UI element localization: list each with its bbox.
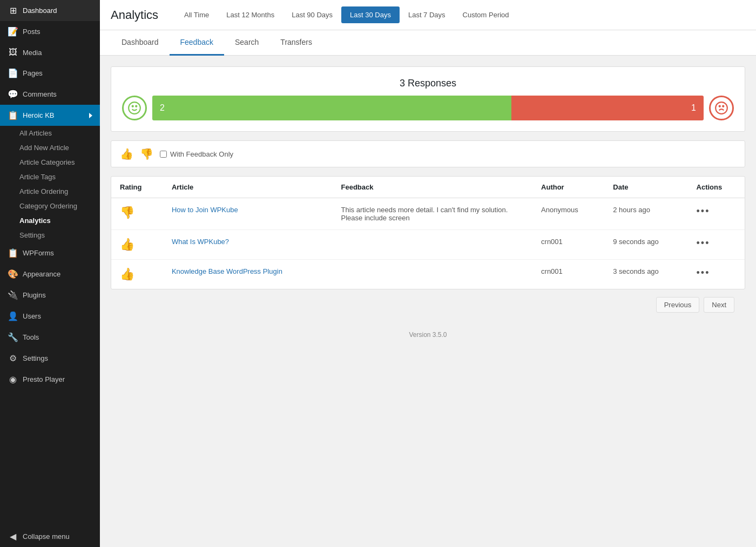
period-btn-custom-period[interactable]: Custom Period <box>454 6 518 23</box>
responses-panel: 3 Responses 2 1 <box>111 66 745 132</box>
filter-bar: 👍 👎 With Feedback Only <box>111 140 745 167</box>
table-body: 👎How to Join WPKubeThis article needs mo… <box>111 198 745 289</box>
negative-bar: 1 <box>511 96 704 120</box>
cell-rating-1: 👍 <box>111 230 163 260</box>
actions-menu-0[interactable]: ••• <box>697 206 710 217</box>
period-btn-last-30-days[interactable]: Last 30 Days <box>341 6 400 23</box>
previous-button[interactable]: Previous <box>656 297 700 313</box>
with-feedback-checkbox-label[interactable]: With Feedback Only <box>160 150 233 158</box>
sidebar-sub-item-article-categories[interactable]: Article Categories <box>0 155 100 170</box>
sidebar-item-pages[interactable]: 📄Pages <box>0 63 100 84</box>
sidebar-sub-item-article-ordering[interactable]: Article Ordering <box>0 184 100 199</box>
sidebar-sub-item-category-ordering[interactable]: Category Ordering <box>0 199 100 213</box>
cell-author-2: crn001 <box>532 260 604 289</box>
sidebar-sub-item-add-new-article[interactable]: Add New Article <box>0 140 100 155</box>
collapse-menu-item[interactable]: ◀Collapse menu <box>0 526 100 547</box>
period-btn-last-7-days[interactable]: Last 7 Days <box>400 6 454 23</box>
table-row: 👍What Is WPKube?crn0019 seconds ago••• <box>111 230 745 260</box>
next-button[interactable]: Next <box>704 297 734 313</box>
sidebar-item-label-presto-player: Presto Player <box>23 375 65 383</box>
tab-transfers[interactable]: Transfers <box>269 30 323 56</box>
sidebar-item-presto-player[interactable]: ◉Presto Player <box>0 369 100 390</box>
svg-point-5 <box>723 106 724 107</box>
cell-feedback-2 <box>333 260 533 289</box>
table-row: 👎How to Join WPKubeThis article needs mo… <box>111 198 745 230</box>
sidebar-item-label-appearance: Appearance <box>23 270 60 278</box>
cell-date-2: 3 seconds ago <box>604 260 687 289</box>
sidebar-item-media[interactable]: 🖼Media <box>0 42 100 63</box>
period-btn-all-time[interactable]: All Time <box>176 6 218 23</box>
sidebar-item-label-wpforms: WPForms <box>23 249 54 257</box>
tab-feedback[interactable]: Feedback <box>170 30 224 56</box>
version-text: Version 3.5.0 <box>409 331 447 339</box>
sidebar-item-appearance[interactable]: 🎨Appearance <box>0 264 100 285</box>
sad-face-icon <box>709 96 734 120</box>
thumbdown-filter-icon[interactable]: 👎 <box>140 147 153 160</box>
sidebar-item-label-dashboard: Dashboard <box>23 6 57 15</box>
response-bar: 2 1 <box>152 96 704 120</box>
cell-feedback-0: This article needs more detail. I can't … <box>333 198 533 230</box>
main-content: Analytics All TimeLast 12 MonthsLast 90 … <box>100 0 756 547</box>
sidebar-item-label-media: Media <box>23 49 42 57</box>
plugins-icon: 🔌 <box>8 290 18 300</box>
cell-rating-2: 👍 <box>111 260 163 289</box>
sidebar-sub-item-settings[interactable]: Settings <box>0 228 100 242</box>
sidebar-item-heroickb[interactable]: 📋Heroic KB <box>0 105 100 126</box>
cell-actions-0: ••• <box>688 198 745 230</box>
article-link-2[interactable]: Knowledge Base WordPress Plugin <box>172 267 282 275</box>
dashboard-icon: ⊞ <box>8 5 18 16</box>
actions-menu-1[interactable]: ••• <box>697 238 710 248</box>
appearance-icon: 🎨 <box>8 269 18 279</box>
col-author: Author <box>532 177 604 198</box>
cell-feedback-1 <box>333 230 533 260</box>
pages-icon: 📄 <box>8 68 18 78</box>
svg-point-3 <box>716 102 727 114</box>
cell-date-0: 2 hours ago <box>604 198 687 230</box>
actions-menu-2[interactable]: ••• <box>697 267 710 278</box>
col-feedback: Feedback <box>333 177 533 198</box>
page-title: Analytics <box>111 8 158 22</box>
sidebar-sub-item-article-tags[interactable]: Article Tags <box>0 170 100 184</box>
period-btn-last-12-months[interactable]: Last 12 Months <box>218 6 283 23</box>
period-btn-last-90-days[interactable]: Last 90 Days <box>283 6 341 23</box>
collapse-label: Collapse menu <box>23 532 70 541</box>
sidebar-item-dashboard[interactable]: ⊞Dashboard <box>0 0 100 21</box>
tab-search[interactable]: Search <box>224 30 269 56</box>
with-feedback-checkbox[interactable] <box>160 151 167 158</box>
thumbup-filter-icon[interactable]: 👍 <box>120 147 133 160</box>
col-article: Article <box>163 177 333 198</box>
sidebar-item-plugins[interactable]: 🔌Plugins <box>0 285 100 306</box>
wpforms-icon: 📋 <box>8 248 18 258</box>
article-link-1[interactable]: What Is WPKube? <box>172 238 229 246</box>
sidebar-sub-item-all-articles[interactable]: All Articles <box>0 126 100 140</box>
cell-author-0: Anonymous <box>532 198 604 230</box>
sidebar-item-wpforms[interactable]: 📋WPForms <box>0 242 100 264</box>
sidebar-item-tools[interactable]: 🔧Tools <box>0 327 100 348</box>
svg-point-1 <box>132 106 133 107</box>
article-link-0[interactable]: How to Join WPKube <box>172 206 238 214</box>
sidebar-item-label-comments: Comments <box>23 90 57 98</box>
responses-title: 3 Responses <box>111 67 745 96</box>
tab-bar: DashboardFeedbackSearchTransfers <box>100 30 756 56</box>
sidebar-sub-item-analytics[interactable]: Analytics <box>0 213 100 228</box>
rating-bar-container: 2 1 <box>111 96 745 131</box>
sidebar-item-label-pages: Pages <box>23 69 43 77</box>
tab-dashboard[interactable]: Dashboard <box>111 30 170 56</box>
period-buttons: All TimeLast 12 MonthsLast 90 DaysLast 3… <box>176 6 518 23</box>
sidebar-item-settings-main[interactable]: ⚙Settings <box>0 348 100 369</box>
svg-point-0 <box>129 102 140 114</box>
cell-date-1: 9 seconds ago <box>604 230 687 260</box>
table-row: 👍Knowledge Base WordPress Plugincrn0013 … <box>111 260 745 289</box>
collapse-icon: ◀ <box>8 531 18 542</box>
with-feedback-label: With Feedback Only <box>170 150 233 158</box>
feedback-table-panel: RatingArticleFeedbackAuthorDateActions 👎… <box>111 176 745 289</box>
thumbup-icon: 👍 <box>120 238 134 251</box>
sidebar: ⊞Dashboard📝Posts🖼Media📄Pages💬Comments📋He… <box>0 0 100 547</box>
users-icon: 👤 <box>8 311 18 321</box>
cell-article-1: What Is WPKube? <box>163 230 333 260</box>
sidebar-item-posts[interactable]: 📝Posts <box>0 21 100 42</box>
sidebar-item-users[interactable]: 👤Users <box>0 306 100 327</box>
sidebar-item-comments[interactable]: 💬Comments <box>0 84 100 105</box>
col-rating: Rating <box>111 177 163 198</box>
happy-face-icon <box>122 96 147 120</box>
